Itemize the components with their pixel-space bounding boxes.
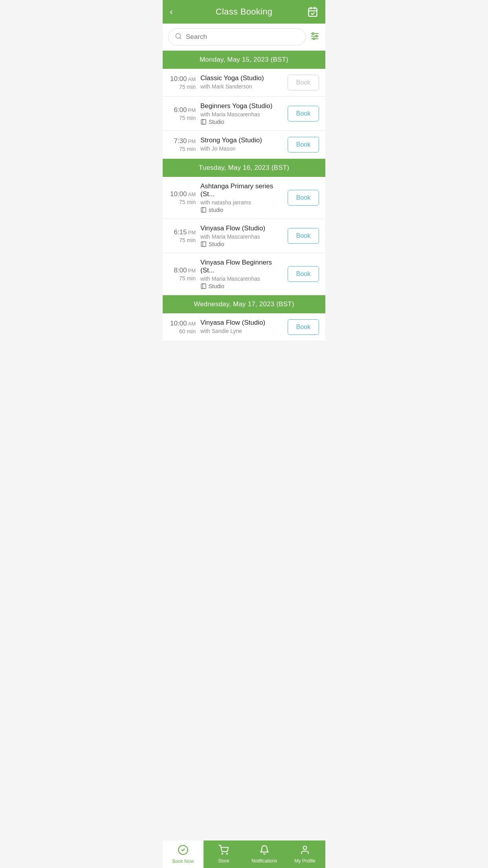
my-profile-icon [300,845,310,857]
book-button[interactable]: Book [288,137,319,153]
table-row: 6:15PM75 minVinyasa Flow (Studio)with Ma… [163,219,325,253]
store-icon [218,845,229,857]
table-row: 10:00AM75 minClassic Yoga (Studio)with M… [163,69,325,97]
class-duration: 75 min [169,115,196,121]
time-ampm: AM [188,76,196,82]
svg-line-5 [180,37,181,39]
time-ampm: PM [188,138,196,144]
class-location: Studio [200,119,283,125]
class-instructor: with natasha jarrams [200,199,283,206]
table-row: 10:00AM75 minAshtanga Primary series (St… [163,177,325,219]
class-instructor: with Maria Mascarenhas [200,111,283,118]
class-time: 10:00AM75 min [169,190,196,205]
table-row: 6:00PM75 minBeginners Yoga (Studio)with … [163,97,325,131]
location-label: studio [209,207,223,213]
time-hour: 10:00 [170,75,187,83]
back-button[interactable]: ‹ [170,6,182,17]
nav-item-store[interactable]: Store [204,840,244,868]
class-duration: 75 min [169,237,196,243]
time-hour: 6:15 [174,228,187,236]
book-button[interactable]: Book [288,228,319,244]
class-name: Ashtanga Primary series (St... [200,182,283,198]
class-time: 10:00AM75 min [169,75,196,90]
class-location: Studio [200,283,283,289]
class-instructor: with Maria Mascarenhas [200,276,283,282]
class-time: 6:00PM75 min [169,106,196,121]
class-location: studio [200,207,283,213]
class-instructor: with Mark Sanderson [200,83,283,90]
class-time: 8:00PM75 min [169,267,196,281]
svg-point-11 [313,38,315,39]
svg-point-10 [316,35,317,37]
class-time: 6:15PM75 min [169,228,196,243]
class-info: Beginners Yoga (Studio)with Maria Mascar… [200,102,283,125]
table-row: 8:00PM75 minVinyasa Flow Beginners (St..… [163,253,325,295]
class-duration: 75 min [169,199,196,205]
my-profile-label: My Profile [295,858,316,864]
search-icon [175,33,182,41]
nav-item-notifications[interactable]: Notifications [244,840,285,868]
svg-rect-16 [201,242,206,246]
filter-icon[interactable] [310,31,320,43]
date-header-0: Monday, May 15, 2023 (BST) [163,51,325,69]
class-info: Vinyasa Flow (Studio)with Sandie Lyne [200,319,283,335]
class-time: 7:30PM75 min [169,137,196,152]
class-instructor: with Sandie Lyne [200,328,283,334]
class-info: Strong Yoga (Studio)with Jo Mason [200,136,283,153]
time-hour: 6:00 [174,106,187,114]
book-now-label: Book Now [172,859,194,864]
class-duration: 60 min [169,328,196,335]
search-bar [163,24,325,51]
class-info: Ashtanga Primary series (St...with natas… [200,182,283,213]
class-name: Vinyasa Flow (Studio) [200,319,283,327]
date-header-1: Tuesday, May 16, 2023 (BST) [163,159,325,177]
svg-rect-14 [201,208,206,212]
nav-item-book-now[interactable]: Book Now [163,840,204,868]
class-duration: 75 min [169,84,196,90]
time-hour: 10:00 [170,190,187,198]
notifications-label: Notifications [251,858,277,864]
search-input-wrapper[interactable] [168,28,306,46]
time-ampm: AM [188,321,196,327]
class-name: Classic Yoga (Studio) [200,74,283,82]
time-ampm: PM [188,268,196,274]
location-icon [200,119,207,125]
svg-point-22 [227,853,227,854]
class-duration: 75 min [169,146,196,152]
bottom-nav: Book Now Store Notifications My Pro [163,840,325,868]
book-button[interactable]: Book [288,319,319,335]
content-area: Monday, May 15, 2023 (BST)10:00AM75 minC… [163,51,325,868]
class-info: Vinyasa Flow (Studio)with Maria Mascaren… [200,224,283,247]
nav-item-my-profile[interactable]: My Profile [285,840,326,868]
book-button[interactable]: Book [288,266,319,282]
class-name: Beginners Yoga (Studio) [200,102,283,110]
location-label: Studio [209,119,224,125]
search-input[interactable] [186,33,299,41]
book-button[interactable]: Book [288,190,319,206]
class-name: Vinyasa Flow Beginners (St... [200,259,283,274]
svg-point-9 [312,33,314,34]
time-ampm: PM [188,230,196,235]
date-header-2: Wednesday, May 17, 2023 (BST) [163,295,325,313]
book-button[interactable]: Book [288,106,319,121]
table-row: 7:30PM75 minStrong Yoga (Studio)with Jo … [163,131,325,159]
class-info: Classic Yoga (Studio)with Mark Sanderson [200,74,283,91]
class-instructor: with Maria Mascarenhas [200,234,283,240]
time-hour: 7:30 [174,137,187,145]
class-info: Vinyasa Flow Beginners (St...with Maria … [200,259,283,289]
header: ‹ Class Booking [163,0,325,24]
book-button: Book [288,75,319,90]
location-label: Studio [209,283,224,289]
location-icon [200,207,207,213]
location-icon [200,241,207,247]
location-label: Studio [209,241,224,247]
book-now-check-icon [178,844,189,857]
class-time: 10:00AM60 min [169,320,196,335]
table-row: 10:00AM60 minVinyasa Flow (Studio)with S… [163,313,325,341]
svg-rect-18 [201,284,206,289]
time-ampm: PM [188,107,196,113]
svg-rect-0 [309,8,317,17]
class-name: Strong Yoga (Studio) [200,136,283,144]
page-title: Class Booking [216,7,273,17]
calendar-icon[interactable] [306,6,318,17]
